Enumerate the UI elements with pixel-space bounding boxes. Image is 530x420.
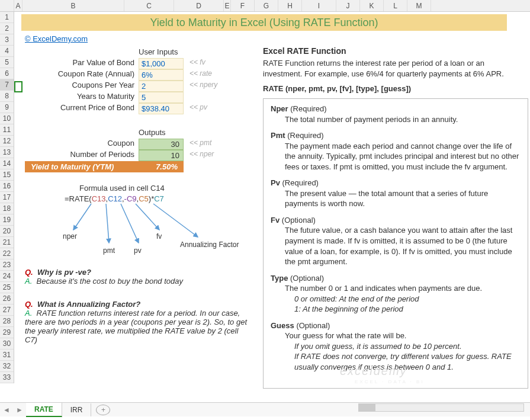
row-header-2[interactable]: 2 bbox=[0, 23, 14, 34]
col-header-G[interactable]: G bbox=[255, 0, 278, 11]
row-header-9[interactable]: 9 bbox=[0, 102, 14, 113]
input-cell-2[interactable]: 2 bbox=[139, 81, 184, 92]
row-header-10[interactable]: 10 bbox=[0, 113, 14, 124]
qa-block-2: Q. What is Annualizing Factor? A. RATE f… bbox=[25, 300, 250, 344]
watermark: exceldemy bbox=[340, 364, 407, 378]
horizontal-scrollbar[interactable] bbox=[358, 403, 524, 412]
tab-nav-next-icon[interactable]: ► bbox=[13, 406, 26, 414]
row-header-28[interactable]: 28 bbox=[0, 316, 14, 327]
input-label-0: Par Value of Bond bbox=[25, 58, 134, 67]
arrow-label-nper: nper bbox=[63, 232, 77, 241]
input-label-3: Years to Maturity bbox=[25, 92, 134, 101]
row-header-31[interactable]: 31 bbox=[0, 350, 14, 361]
rate-function-header: Excel RATE Function bbox=[263, 46, 346, 56]
param-fv: Fv (Optional) The future value, or a cas… bbox=[271, 215, 521, 267]
rate-function-desc: RATE Function returns the interest rate … bbox=[263, 58, 523, 79]
row-header-25[interactable]: 25 bbox=[0, 282, 14, 293]
tab-rate[interactable]: RATE bbox=[26, 403, 62, 417]
col-header-I[interactable]: I bbox=[302, 0, 336, 11]
input-hint-1: << rate bbox=[189, 69, 212, 78]
row-header-8[interactable]: 8 bbox=[0, 91, 14, 102]
row-header-27[interactable]: 27 bbox=[0, 304, 14, 316]
svg-line-0 bbox=[73, 204, 91, 230]
row-header-11[interactable]: 11 bbox=[0, 124, 14, 136]
row-header-16[interactable]: 16 bbox=[0, 181, 14, 192]
row-header-21[interactable]: 21 bbox=[0, 237, 14, 248]
row-header-6[interactable]: 6 bbox=[0, 68, 14, 79]
row-header-24[interactable]: 24 bbox=[0, 271, 14, 282]
col-header-D[interactable]: D bbox=[174, 0, 224, 11]
output-label-1: Number of Periods bbox=[25, 150, 134, 159]
row-headers: 1234567891011121314151617181920212223242… bbox=[0, 12, 14, 383]
arrow-label-fv: fv bbox=[156, 232, 162, 241]
row-header-4[interactable]: 4 bbox=[0, 46, 14, 57]
ytm-value: 7.50% bbox=[139, 162, 184, 171]
add-sheet-button[interactable]: + bbox=[96, 405, 110, 415]
input-label-2: Coupons Per Year bbox=[25, 81, 134, 89]
input-cell-4[interactable]: $938.40 bbox=[139, 103, 184, 114]
row-header-32[interactable]: 32 bbox=[0, 361, 14, 372]
column-headers: ABCDEFGHIJKLM bbox=[0, 0, 530, 12]
row-header-22[interactable]: 22 bbox=[0, 248, 14, 259]
col-header-J[interactable]: J bbox=[336, 0, 360, 11]
col-header-K[interactable]: K bbox=[360, 0, 384, 11]
param-pmt: Pmt (Required) The payment made each per… bbox=[271, 130, 521, 172]
exceldemy-link[interactable]: © ExcelDemy.com bbox=[25, 34, 88, 43]
input-label-4: Current Price of Bond bbox=[25, 103, 134, 112]
rate-params-box: Nper (Required) The total number of paym… bbox=[263, 98, 528, 389]
row-header-3[interactable]: 3 bbox=[0, 34, 14, 46]
svg-line-2 bbox=[121, 204, 139, 243]
arrow-label-pv: pv bbox=[134, 246, 142, 255]
row-header-7[interactable]: 7 bbox=[0, 79, 14, 91]
col-header-H[interactable]: H bbox=[278, 0, 302, 11]
ytm-row: Yield to Maturity (YTM) 7.50% bbox=[25, 161, 184, 172]
svg-line-1 bbox=[106, 204, 109, 243]
row-header-20[interactable]: 20 bbox=[0, 226, 14, 237]
col-header-F[interactable]: F bbox=[231, 0, 255, 11]
output-cell-0: 30 bbox=[139, 139, 184, 150]
row-header-30[interactable]: 30 bbox=[0, 338, 14, 350]
param-type: Type (Optional) The number 0 or 1 and in… bbox=[271, 273, 521, 315]
watermark-sub: EXCEL · DATA · BI bbox=[355, 379, 425, 384]
input-hint-0: << fv bbox=[189, 58, 205, 66]
col-header-L[interactable]: L bbox=[384, 0, 407, 11]
worksheet-area: Yield to Maturity in Excel (Using RATE F… bbox=[14, 12, 530, 402]
outputs-header: Outputs bbox=[139, 128, 166, 137]
row-header-19[interactable]: 19 bbox=[0, 214, 14, 226]
col-header-A[interactable]: A bbox=[14, 0, 23, 11]
row-header-13[interactable]: 13 bbox=[0, 147, 14, 158]
row-header-15[interactable]: 15 bbox=[0, 169, 14, 181]
user-inputs-header: User Inputs bbox=[139, 47, 178, 56]
row-header-23[interactable]: 23 bbox=[0, 259, 14, 271]
row-header-26[interactable]: 26 bbox=[0, 293, 14, 304]
input-cell-3[interactable]: 5 bbox=[139, 92, 184, 103]
col-header-M[interactable]: M bbox=[407, 0, 431, 11]
row-header-33[interactable]: 33 bbox=[0, 372, 14, 383]
input-label-1: Coupon Rate (Annual) bbox=[25, 69, 134, 78]
selected-cell-indicator bbox=[14, 81, 23, 92]
sheet-tabs: ◄ ► RATE IRR + bbox=[0, 402, 530, 416]
input-hint-2: << npery bbox=[189, 81, 217, 89]
row-header-12[interactable]: 12 bbox=[0, 136, 14, 147]
row-header-14[interactable]: 14 bbox=[0, 158, 14, 169]
tab-nav-prev-icon[interactable]: ◄ bbox=[0, 406, 13, 414]
row-header-29[interactable]: 29 bbox=[0, 327, 14, 338]
output-hint-1: << nper bbox=[189, 150, 214, 158]
output-hint-0: << pmt bbox=[189, 139, 211, 147]
svg-line-3 bbox=[136, 204, 159, 230]
row-header-5[interactable]: 5 bbox=[0, 57, 14, 68]
col-header-C[interactable]: C bbox=[124, 0, 174, 11]
col-header-B[interactable]: B bbox=[23, 0, 124, 11]
tab-irr[interactable]: IRR bbox=[62, 403, 92, 416]
row-header-18[interactable]: 18 bbox=[0, 203, 14, 214]
input-hint-4: << pv bbox=[189, 103, 207, 111]
row-header-17[interactable]: 17 bbox=[0, 192, 14, 203]
arrow-label-pmt: pmt bbox=[103, 246, 115, 255]
output-cell-1: 10 bbox=[139, 150, 184, 161]
formula-header: Formula used in cell C14 bbox=[79, 184, 165, 193]
col-header-E[interactable]: E bbox=[224, 0, 231, 11]
input-cell-0[interactable]: $1,000 bbox=[139, 58, 184, 69]
rate-function-signature: RATE (nper, pmt, pv, [fv], [type], [gues… bbox=[263, 84, 411, 93]
input-cell-1[interactable]: 6% bbox=[139, 69, 184, 81]
row-header-1[interactable]: 1 bbox=[0, 12, 14, 23]
